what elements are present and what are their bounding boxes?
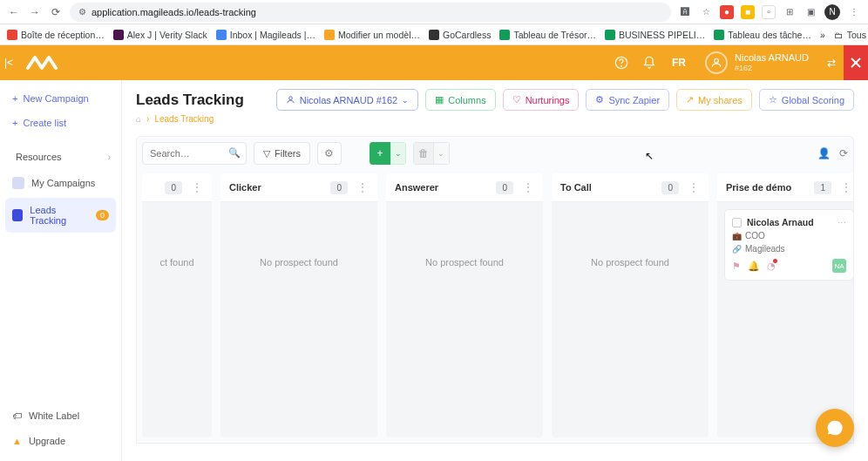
sidebar-item-leads-tracking[interactable]: Leads Tracking0 — [5, 198, 116, 233]
link-icon: 🔗 — [732, 245, 741, 254]
bookmark-item[interactable]: Alex J | Verity Slack — [113, 30, 207, 40]
plus-icon: + — [12, 118, 17, 128]
card-menu-icon[interactable]: ⋯ — [837, 218, 846, 227]
language-selector[interactable]: FR — [663, 57, 695, 69]
user-avatar-icon — [705, 51, 728, 74]
sidebar-item-my-campaigns[interactable]: My Campaigns — [5, 170, 116, 196]
my-shares-button[interactable]: ↗My shares — [676, 89, 752, 111]
bookmark-item[interactable]: Tableau des tâche… — [714, 30, 811, 40]
site-info-icon: ⚙ — [78, 7, 86, 17]
card-company: Magileads — [745, 244, 785, 254]
breadcrumb-current[interactable]: Leads Tracking — [154, 114, 214, 124]
column-menu-icon[interactable]: ⋮ — [356, 180, 369, 194]
home-icon[interactable]: ⌂ — [136, 114, 141, 124]
help-icon[interactable] — [607, 49, 635, 77]
empty-state-text: No prospect found — [260, 257, 338, 268]
all-bookmarks-folder[interactable]: 🗀Tous les favoris — [834, 30, 868, 40]
delete-button[interactable]: 🗑 ⌄ — [413, 142, 450, 165]
lead-card[interactable]: Nicolas Arnaud ⋯ 💼COO 🔗Magileads ⚑ 🔔 ◔ N… — [724, 209, 854, 281]
extension-icon[interactable]: ■ — [741, 5, 755, 19]
user-menu[interactable]: Nicolas ARNAUD #162 — [695, 51, 819, 74]
campaigns-icon — [12, 177, 24, 189]
global-scoring-button[interactable]: ☆Global Scoring — [759, 89, 854, 111]
column-count: 0 — [661, 181, 679, 194]
settings-icon-button[interactable]: ⚙ — [317, 142, 342, 165]
collapse-sidebar-button[interactable]: |< — [0, 45, 17, 80]
white-label-icon: 🏷 — [12, 410, 22, 421]
bookmarks-bar: Boîte de réception… Alex J | Verity Slac… — [0, 24, 868, 45]
new-campaign-button[interactable]: +New Campaign — [5, 87, 116, 110]
bell-icon[interactable]: 🔔 — [748, 261, 760, 272]
browser-nav-bar: ← → ⟳ ⚙ application.magileads.io/leads-t… — [0, 0, 868, 24]
create-list-button[interactable]: +Create list — [5, 112, 116, 134]
bookmark-item[interactable]: Inbox | Magileads |… — [216, 30, 315, 40]
sidebar-item-upgrade[interactable]: ▲Upgrade — [5, 429, 116, 453]
app-logo[interactable] — [17, 45, 70, 80]
svg-point-3 — [288, 97, 292, 100]
chevron-down-icon[interactable]: ⌄ — [434, 142, 450, 165]
close-button[interactable] — [844, 45, 868, 80]
column-menu-icon[interactable]: ⋮ — [840, 180, 852, 194]
kanban-column: Answerer 0 ⋮ No prospect found — [386, 173, 543, 437]
kanban-column: Clicker 0 ⋮ No prospect found — [220, 173, 377, 437]
extension-icon[interactable]: ● — [720, 5, 734, 19]
column-count: 1 — [814, 181, 831, 194]
column-count: 0 — [330, 181, 348, 194]
column-menu-icon[interactable]: ⋮ — [191, 180, 203, 194]
briefcase-icon: 💼 — [732, 232, 741, 241]
column-menu-icon[interactable]: ⋮ — [522, 180, 534, 194]
bookmark-item[interactable]: Boîte de réception… — [7, 30, 105, 40]
column-title: Prise de démo — [726, 182, 791, 193]
column-title: To Call — [560, 182, 592, 193]
chrome-menu-icon[interactable]: ⋮ — [847, 5, 861, 19]
sync-zapier-button[interactable]: ⚙Sync Zapier — [586, 89, 669, 111]
filters-button[interactable]: ▽Filters — [254, 142, 310, 165]
star-icon: ☆ — [769, 94, 777, 105]
side-panel-icon[interactable]: ▣ — [804, 5, 817, 19]
plus-icon: + — [370, 142, 390, 165]
heart-icon: ♡ — [512, 94, 521, 105]
swap-account-icon[interactable]: ⇄ — [819, 57, 844, 69]
nurturings-button[interactable]: ♡Nurturings — [503, 89, 580, 111]
column-count: 0 — [496, 181, 513, 194]
chevron-down-icon: ⌄ — [402, 96, 409, 105]
column-menu-icon[interactable]: ⋮ — [688, 180, 700, 194]
card-checkbox[interactable] — [732, 218, 742, 227]
url-text: application.magileads.io/leads-tracking — [92, 7, 256, 17]
gear-icon: ⚙ — [595, 94, 604, 105]
profile-avatar[interactable]: N — [824, 4, 840, 20]
sidebar-item-white-label[interactable]: 🏷White Label — [5, 403, 116, 428]
bookmark-item[interactable]: BUSINESS PIPELI… — [605, 30, 705, 40]
leads-count-badge: 0 — [96, 210, 109, 220]
sidebar-item-resources[interactable]: Resources› — [5, 145, 116, 169]
reload-button[interactable]: ⟳ — [49, 5, 63, 19]
notifications-icon[interactable] — [635, 49, 663, 77]
url-bar[interactable]: ⚙ application.magileads.io/leads-trackin… — [70, 3, 671, 22]
user-icon — [286, 95, 295, 105]
extension-icon[interactable]: ▫ — [762, 5, 776, 19]
breadcrumb: ⌂ › Leads Tracking — [136, 114, 854, 124]
forward-button[interactable]: → — [28, 5, 42, 19]
bookmark-item[interactable]: Tableau de Trésor… — [499, 30, 596, 40]
add-button[interactable]: + ⌄ — [370, 142, 406, 165]
svg-point-1 — [621, 66, 622, 67]
columns-button[interactable]: ▦Columns — [425, 89, 495, 111]
sidebar: +New Campaign +Create list Resources› My… — [0, 80, 122, 461]
translate-icon[interactable]: 🅰 — [678, 5, 692, 19]
back-button[interactable]: ← — [7, 5, 21, 19]
bookmark-item[interactable]: Modifier un modèl… — [324, 30, 420, 40]
bookmark-star-icon[interactable]: ☆ — [699, 5, 713, 19]
user-selector-dropdown[interactable]: Nicolas ARNAUD #162 ⌄ — [276, 89, 419, 111]
extensions-menu-icon[interactable]: ⊞ — [783, 5, 797, 19]
bookmark-item[interactable]: GoCardless — [429, 30, 491, 40]
search-icon[interactable]: 🔍 — [228, 147, 241, 159]
column-title: Clicker — [229, 182, 261, 193]
flag-icon[interactable]: ⚑ — [732, 261, 741, 272]
refresh-icon[interactable]: ⟳ — [839, 147, 848, 159]
chat-fab[interactable] — [816, 409, 854, 447]
assign-icon[interactable]: 👤 — [817, 147, 831, 159]
chevron-down-icon[interactable]: ⌄ — [390, 142, 406, 165]
bookmarks-overflow[interactable]: » — [820, 30, 825, 40]
card-owner-avatar[interactable]: NA — [832, 259, 846, 273]
activity-icon[interactable]: ◔ — [767, 261, 776, 272]
